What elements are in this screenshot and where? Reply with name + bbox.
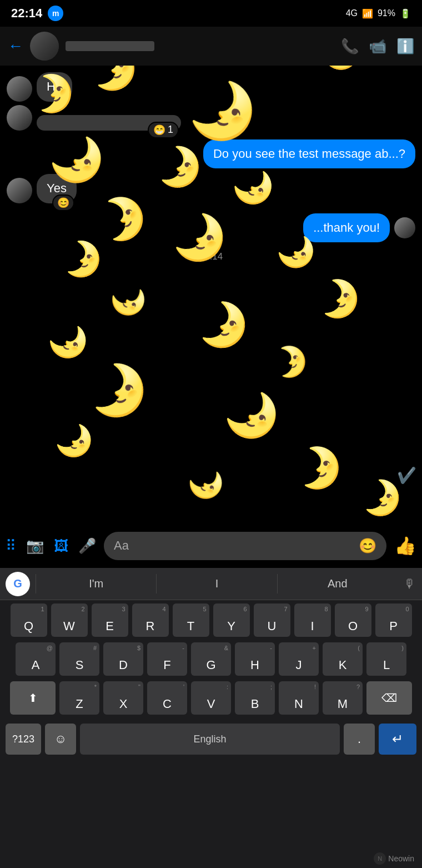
status-time: 22:14 (11, 6, 42, 21)
chat-area: Ha 😁 1 Do you see the test message ab...… (0, 66, 422, 540)
message-input-wrap[interactable]: Aa 😊 (104, 532, 386, 560)
key-j[interactable]: +J (279, 642, 319, 676)
key-a[interactable]: @A (16, 642, 56, 676)
avatar-image (30, 32, 59, 61)
keyboard: G I'm I And 🎙 1Q2W3E4R5T6Y7U8I9O0P @A#S$… (0, 568, 422, 868)
key-e[interactable]: 3E (92, 603, 128, 637)
keyboard-row-1: 1Q2W3E4R5T6Y7U8I9O0P (2, 603, 420, 637)
emoji-picker-icon[interactable]: 😊 (359, 537, 376, 555)
like-button[interactable]: 👍 (394, 535, 416, 556)
status-bar: 22:14 m 4G 📶 91% 🔋 (0, 0, 422, 27)
google-logo: G (6, 572, 30, 596)
call-button[interactable]: 📞 (341, 38, 359, 55)
keyboard-row-3: ⬆*Z"X'C:V;B!N?M⌫ (2, 681, 420, 715)
key-i[interactable]: 8I (294, 603, 331, 637)
key-t[interactable]: 5T (173, 603, 209, 637)
keyboard-mic-icon[interactable]: 🎙 (398, 572, 422, 596)
battery-icon: 91% (378, 8, 395, 18)
grid-icon-button[interactable]: ⠿ (6, 537, 16, 555)
reaction-badge-2: 😊 (52, 194, 74, 211)
key-d[interactable]: $D (103, 642, 143, 676)
key-w[interactable]: 2W (51, 603, 88, 637)
mic-icon-button[interactable]: 🎤 (78, 537, 96, 555)
bubble-3: Do you see the test message ab...? (203, 139, 415, 169)
key-r[interactable]: 4R (132, 603, 169, 637)
key-o[interactable]: 9O (335, 603, 371, 637)
suggestion-im[interactable]: I'm (36, 574, 156, 593)
suggestion-i[interactable]: I (156, 574, 277, 593)
keyboard-suggestions-row: G I'm I And 🎙 (0, 568, 422, 600)
contact-avatar (30, 32, 59, 61)
keyboard-period-key[interactable]: . (344, 724, 375, 755)
avatar-4 (7, 178, 32, 203)
keyboard-emoji-key[interactable]: ☺ (45, 724, 76, 755)
neowin-logo-icon: N (374, 852, 386, 865)
key-h[interactable]: -H (235, 642, 275, 676)
keyboard-backspace-key[interactable]: ⌫ (366, 681, 412, 715)
signal-icon: 4G (346, 8, 358, 18)
keyboard-space-key[interactable]: English (80, 724, 340, 755)
key-z[interactable]: *Z (59, 681, 99, 715)
key-g[interactable]: &G (191, 642, 231, 676)
input-bar: ⠿ 📷 🖼 🎤 Aa 😊 👍 (0, 523, 422, 568)
camera-icon-button[interactable]: 📷 (26, 537, 44, 555)
key-u[interactable]: 7U (254, 603, 290, 637)
messenger-status-icon: m (48, 6, 63, 21)
keyboard-enter-key[interactable]: ↵ (379, 724, 416, 755)
message-row-3: Do you see the test message ab...? (7, 139, 415, 169)
key-k[interactable]: (K (323, 642, 363, 676)
gallery-icon-button[interactable]: 🖼 (54, 537, 68, 555)
message-row-2: 😁 1 (7, 105, 415, 131)
key-n[interactable]: !N (279, 681, 319, 715)
keyboard-bottom-row: ?123 ☺ English . ↵ (0, 720, 422, 758)
message-row-1: Ha (7, 72, 415, 102)
contact-name-blurred (66, 41, 154, 51)
key-p[interactable]: 0P (375, 603, 412, 637)
battery-graphic-icon: 🔋 (400, 8, 411, 19)
sender-avatar (394, 217, 415, 238)
message-input-placeholder[interactable]: Aa (114, 538, 354, 553)
info-button[interactable]: ℹ️ (396, 38, 414, 55)
message-row-5: ...thank you! (7, 213, 415, 243)
video-call-button[interactable]: 📹 (369, 38, 386, 55)
message-row-4: Yes 😊 (7, 174, 415, 203)
nav-actions: 📞 📹 ℹ️ (341, 38, 414, 55)
key-m[interactable]: ?M (323, 681, 363, 715)
neowin-badge: N Neowin (374, 852, 414, 865)
back-button[interactable]: ← (8, 37, 23, 55)
key-v[interactable]: :V (191, 681, 231, 715)
neowin-label: Neowin (388, 854, 414, 863)
keyboard-num123-key[interactable]: ?123 (6, 724, 41, 755)
key-l[interactable]: )L (366, 642, 406, 676)
key-c[interactable]: 'C (147, 681, 187, 715)
key-s[interactable]: #S (59, 642, 99, 676)
top-nav: ← 📞 📹 ℹ️ (0, 27, 422, 66)
message-checkmark-icon: ✔️ (397, 466, 416, 485)
chat-timestamp: 22:14 (0, 251, 422, 262)
bubble-1: Ha (37, 72, 72, 102)
input-icon-group: ⠿ 📷 🖼 🎤 (6, 537, 96, 555)
keyboard-key-rows: 1Q2W3E4R5T6Y7U8I9O0P @A#S$D-F&G-H+J(K)L … (0, 600, 422, 715)
reaction-badge-1: 😁 1 (148, 122, 179, 138)
key-b[interactable]: ;B (235, 681, 275, 715)
key-f[interactable]: -F (147, 642, 187, 676)
bubble-5: ...thank you! (303, 213, 390, 243)
avatar-2 (7, 105, 32, 131)
key-x[interactable]: "X (103, 681, 143, 715)
signal-bars-icon: 📶 (362, 8, 373, 19)
key-q[interactable]: 1Q (11, 603, 47, 637)
avatar-1 (7, 76, 32, 102)
keyboard-row-2: @A#S$D-F&G-H+J(K)L (2, 642, 420, 676)
keyboard-shift-key[interactable]: ⬆ (10, 681, 56, 715)
status-icons: 4G 📶 91% 🔋 (346, 8, 411, 19)
key-y[interactable]: 6Y (213, 603, 250, 637)
suggestion-and[interactable]: And (277, 574, 398, 593)
